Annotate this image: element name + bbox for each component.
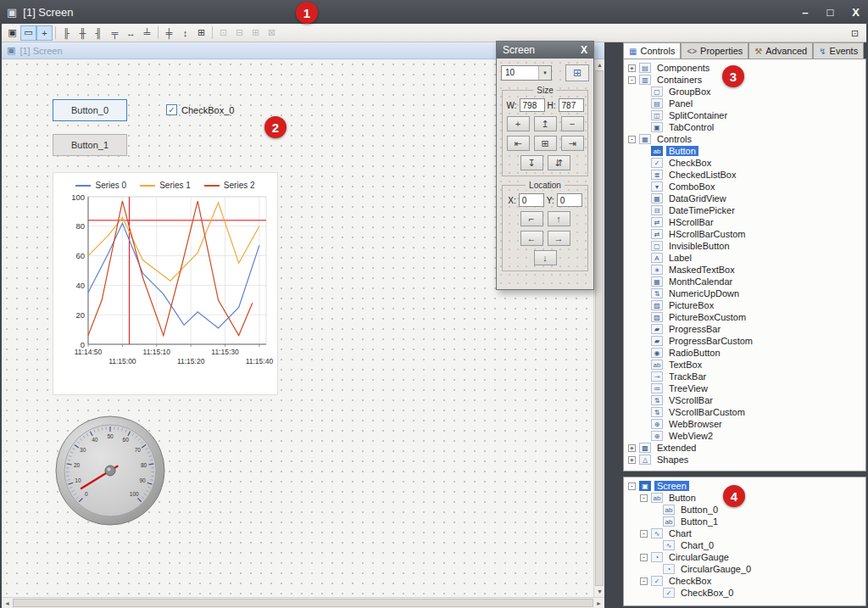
move-up-button[interactable]: ↑ [548,211,570,226]
tree-item-datetimepicker[interactable]: ⊟DateTimePicker [624,204,865,216]
new-screen-button[interactable]: ▣ [4,25,20,41]
canvas-circulargauge-0[interactable]: 0102030405060708090100 [54,415,166,527]
tree-item-maskedtextbox[interactable]: ∗MaskedTextBox [624,264,865,276]
tree-item-checkedlistbox[interactable]: ≣CheckedListBox [624,169,865,181]
y-input[interactable]: 0 [557,193,582,207]
canvas-chart-0[interactable]: Series 0Series 1Series 2 02040608010011:… [53,172,278,395]
move-right-button[interactable]: → [548,231,570,246]
tree-item-vscrollbar[interactable]: ⇅VScrollBar [624,394,865,406]
height-input[interactable]: 787 [559,98,584,112]
scroll-left-icon[interactable]: ◄ [2,598,13,608]
tree-item-checkbox[interactable]: ✓CheckBox [624,157,865,169]
size-increase-button[interactable]: + [507,116,530,131]
expand-icon[interactable]: + [628,64,636,72]
align-bottom-button[interactable]: ↧ [520,155,543,170]
move-tool-button[interactable]: + [36,25,53,41]
tree-item-circulargauge-0[interactable]: ◔CircularGauge_0 [624,563,865,575]
align-middles-button[interactable]: ╪ [161,25,177,41]
tab-controls[interactable]: ▦Controls [623,42,681,59]
panel-header[interactable]: Screen X [497,42,593,59]
titlebar[interactable]: ▣ [1] Screen – □ X [0,0,868,24]
tree-item-circulargauge[interactable]: -◔CircularGauge [624,551,865,563]
tree-item-combobox[interactable]: ▾ComboBox [624,181,865,192]
tab-advanced[interactable]: ⚒Advanced [748,42,813,59]
scroll-up-icon[interactable]: ▲ [594,59,605,70]
tree-item-checkbox[interactable]: -✓CheckBox [624,575,865,587]
panel-close-icon[interactable]: X [581,44,587,56]
tree-item-button[interactable]: abButton [624,145,865,157]
stretch-vertical-button[interactable]: ⇵ [548,155,570,170]
canvas-checkbox-0[interactable]: ✓ CheckBox_0 [166,104,234,115]
canvas-button-0[interactable]: Button_0 [53,99,127,121]
tree-item-chart[interactable]: -∿Chart [624,527,865,539]
expand-icon[interactable]: + [628,444,636,452]
tree-item-vscrollbarcustom[interactable]: ⇅VScrollBarCustom [624,406,865,418]
align-left-edge-button[interactable]: ⇤ [507,136,530,151]
center-in-parent-button[interactable]: ⊞ [534,136,557,151]
size-decrease-button[interactable]: − [561,116,584,131]
tree-item-components[interactable]: +▤Components [624,62,865,74]
tree-item-label[interactable]: ALabel [624,252,865,264]
move-left-button[interactable]: ← [520,231,543,246]
maximize-button[interactable]: □ [826,6,833,19]
expand-icon[interactable]: + [628,456,636,464]
tree-item-checkbox-0[interactable]: ✓CheckBox_0 [624,587,865,599]
origin-button[interactable]: ⌐ [520,211,543,226]
tree-item-textbox[interactable]: abTextBox [624,359,865,371]
tree-item-tabcontrol[interactable]: ▣TabControl [624,121,865,133]
tree-item-button-1[interactable]: abButton_1 [624,516,865,527]
tree-item-panel[interactable]: ▤Panel [624,98,865,109]
tree-item-hscrollbarcustom[interactable]: ⇄HScrollBarCustom [624,228,865,240]
align-centers-button[interactable]: ╫ [75,25,91,41]
tree-item-invisiblebutton[interactable]: ▢InvisibleButton [624,240,865,252]
align-top-button[interactable]: ↥ [534,116,557,131]
hscroll-thumb[interactable] [13,599,593,607]
collapse-icon[interactable]: - [640,554,648,561]
tree-item-numericupdown[interactable]: ⇅NumericUpDown [624,287,865,299]
tree-item-progressbarcustom[interactable]: ▰ProgressBarCustom [624,335,865,347]
close-button[interactable]: X [852,6,860,19]
tree-item-datagridview[interactable]: ▦DataGridView [624,192,865,204]
tree-item-chart-0[interactable]: ∿Chart_0 [624,539,865,551]
x-input[interactable]: 0 [519,193,544,207]
horizontal-scrollbar[interactable]: ◄ ► [2,597,604,608]
canvas-button-1[interactable]: Button_1 [53,134,127,156]
tree-item-extended[interactable]: +▩Extended [624,442,865,454]
tree-item-treeview[interactable]: ≔TreeView [624,382,865,394]
scroll-right-icon[interactable]: ► [593,598,604,608]
snap-to-grid-button[interactable]: ⊞ [565,64,589,81]
tree-item-progressbar[interactable]: ▰ProgressBar [624,323,865,335]
tree-item-monthcalendar[interactable]: ▦MonthCalendar [624,276,865,287]
tab-events[interactable]: ↯Events [813,42,864,59]
chevron-down-icon[interactable]: ▼ [538,66,551,80]
collapse-icon[interactable]: - [640,577,648,585]
collapse-icon[interactable]: - [628,136,636,143]
tree-item-pictureboxcustom[interactable]: ▨PictureBoxCustom [624,311,865,323]
move-down-button[interactable]: ↓ [534,250,557,265]
dock-layout-button[interactable]: ⊡ [847,25,863,41]
tree-item-button-0[interactable]: abButton_0 [624,504,865,516]
align-bottoms-button[interactable]: ╧ [139,25,155,41]
tree-item-splitcontainer[interactable]: ◫SplitContainer [624,109,865,121]
tree-item-hscrollbar[interactable]: ⇄HScrollBar [624,216,865,228]
same-width-button[interactable]: ↔ [123,25,139,41]
scroll-down-icon[interactable]: ▼ [594,586,605,597]
align-lefts-button[interactable]: ╟ [58,25,75,41]
collapse-icon[interactable]: - [640,494,648,502]
collapse-icon[interactable]: - [628,482,636,490]
vertical-scrollbar[interactable]: ▲ ▼ [593,59,604,597]
align-rights-button[interactable]: ╢ [91,25,107,41]
tab-properties[interactable]: <>Properties [681,42,748,59]
collapse-icon[interactable]: - [628,76,636,84]
collapse-icon[interactable]: - [640,530,648,538]
grid-size-select[interactable]: 10 ▼ [501,65,552,81]
tree-item-radiobutton[interactable]: ◉RadioButton [624,347,865,359]
tree-item-screen[interactable]: -▣Screen [624,480,865,492]
tree-item-webbrowser[interactable]: ⊕WebBrowser [624,418,865,430]
tree-item-trackbar[interactable]: ⊸TrackBar [624,371,865,382]
tree-item-webview2[interactable]: ⊕WebView2 [624,430,865,442]
tree-item-controls[interactable]: -▦Controls [624,133,865,145]
same-height-button[interactable]: ↕ [177,25,193,41]
align-right-edge-button[interactable]: ⇥ [561,136,584,151]
select-tool-button[interactable]: ▭ [20,25,36,41]
